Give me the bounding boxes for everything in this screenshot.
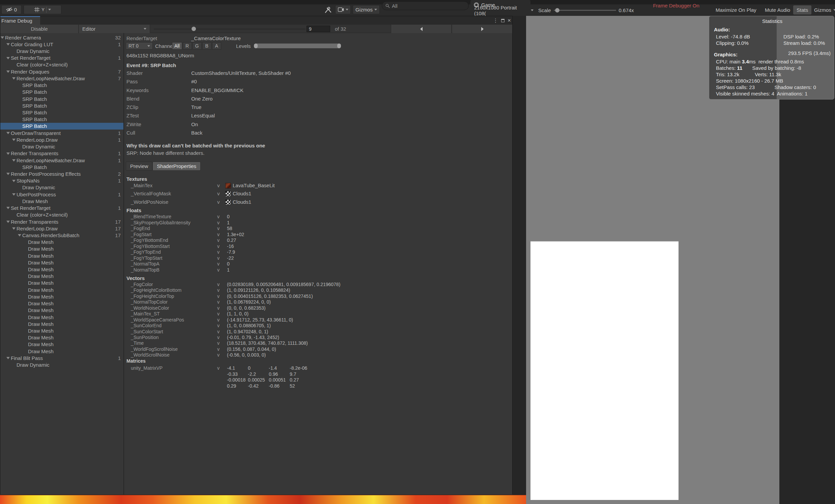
- foldout-triangle-icon[interactable]: [12, 227, 16, 230]
- foldout-triangle-icon[interactable]: [6, 70, 10, 73]
- tree-row[interactable]: SRP Batch: [0, 164, 123, 170]
- foldout-triangle-icon[interactable]: [12, 159, 16, 162]
- tree-row[interactable]: SRP Batch: [0, 96, 123, 102]
- event-slider[interactable]: [154, 29, 306, 29]
- tree-row[interactable]: Draw Mesh: [0, 293, 123, 300]
- foldout-triangle-icon[interactable]: [6, 221, 10, 223]
- close-icon[interactable]: ×: [508, 19, 511, 22]
- tree-row[interactable]: Draw Mesh: [0, 246, 123, 252]
- tree-row[interactable]: Draw Mesh: [0, 239, 123, 246]
- tree-row[interactable]: Draw Mesh: [0, 348, 123, 355]
- scene-search-field[interactable]: [382, 1, 469, 10]
- levels-max-handle[interactable]: [337, 43, 341, 48]
- tree-row[interactable]: Render PostProcessing Effects 2: [0, 170, 123, 177]
- tree-row[interactable]: Draw Mesh: [0, 266, 123, 273]
- tree-row[interactable]: Clear (color+Z+stencil): [0, 61, 123, 68]
- tree-row[interactable]: Draw Dynamic: [0, 143, 123, 150]
- tree-row[interactable]: SRP Batch: [0, 82, 123, 89]
- foldout-triangle-icon[interactable]: [1, 36, 4, 39]
- tree-row[interactable]: Draw Mesh: [0, 334, 123, 341]
- tree-row[interactable]: RenderLoop.Draw 17: [0, 225, 123, 232]
- foldout-triangle-icon[interactable]: [12, 77, 16, 80]
- texture-thumbnail[interactable]: [225, 183, 231, 188]
- tree-row[interactable]: UberPostProcess 1: [0, 191, 123, 198]
- resolution-dropdown[interactable]: 2160x1080 Portrait (108(: [471, 6, 536, 15]
- scale-slider[interactable]: [554, 10, 616, 11]
- tree-row[interactable]: Draw Mesh: [0, 280, 123, 286]
- tree-row[interactable]: SRP Batch: [0, 89, 123, 96]
- tree-row[interactable]: Render Camera 32: [0, 34, 123, 41]
- foldout-triangle-icon[interactable]: [6, 173, 10, 175]
- tree-row[interactable]: Draw Mesh: [0, 286, 123, 293]
- tree-row[interactable]: Draw Dynamic: [0, 184, 123, 191]
- scene-visibility-button[interactable]: 0: [1, 5, 22, 14]
- foldout-triangle-icon[interactable]: [6, 357, 10, 359]
- foldout-triangle-icon[interactable]: [18, 234, 21, 237]
- tree-row[interactable]: Draw Dynamic: [0, 47, 123, 54]
- details-tab[interactable]: Preview: [126, 162, 152, 171]
- channel-toggle[interactable]: A: [212, 42, 221, 49]
- foldout-triangle-icon[interactable]: [6, 132, 10, 134]
- tree-row[interactable]: Set RenderTarget 1: [0, 55, 123, 61]
- tab-frame-debug[interactable]: Frame Debug: [0, 16, 40, 25]
- target-dropdown[interactable]: Editor: [79, 25, 150, 33]
- event-slider-knob[interactable]: [191, 27, 196, 31]
- levels-min-handle[interactable]: [254, 43, 258, 48]
- tree-row[interactable]: Draw Mesh: [0, 252, 123, 259]
- tree-row[interactable]: RenderLoopNewBatcher.Draw 1: [0, 157, 123, 164]
- foldout-triangle-icon[interactable]: [12, 180, 16, 182]
- tree-row[interactable]: Render Opaques 7: [0, 68, 123, 75]
- foldout-triangle-icon[interactable]: [6, 207, 10, 209]
- texture-thumbnail[interactable]: [225, 199, 231, 205]
- next-event-button[interactable]: [452, 25, 512, 33]
- search-input[interactable]: [392, 3, 459, 9]
- scene-camera-button[interactable]: [335, 5, 351, 14]
- scale-slider-knob[interactable]: [555, 8, 559, 13]
- tree-row[interactable]: Color Grading LUT 1: [0, 41, 123, 47]
- tree-row[interactable]: Final Blit Pass 1: [0, 355, 123, 361]
- tree-row[interactable]: Draw Mesh: [0, 327, 123, 334]
- previous-event-button[interactable]: [391, 25, 452, 33]
- tree-row[interactable]: Draw Mesh: [0, 198, 123, 204]
- tree-row[interactable]: Draw Mesh: [0, 341, 123, 348]
- channel-toggle[interactable]: All: [172, 42, 182, 49]
- chevron-down-icon[interactable]: [48, 9, 51, 11]
- gizmos-button[interactable]: Gizmos: [811, 5, 835, 15]
- tools-icon[interactable]: [324, 7, 332, 14]
- tree-row[interactable]: Draw Mesh: [0, 273, 123, 280]
- rt-index-dropdown[interactable]: RT 0: [126, 42, 153, 49]
- disable-button[interactable]: Disable: [0, 25, 79, 33]
- tree-row[interactable]: OverDrawTransparent 1: [0, 129, 123, 136]
- tree-row[interactable]: Draw Mesh: [0, 300, 123, 307]
- tree-row[interactable]: RenderLoopNewBatcher.Draw 7: [0, 75, 123, 82]
- scene-grid-button[interactable]: Y: [24, 5, 61, 14]
- tree-row[interactable]: Draw Mesh: [0, 321, 123, 327]
- scene-gizmos-dropdown[interactable]: Gizmos: [353, 5, 380, 14]
- tree-row[interactable]: SRP Batch: [0, 116, 123, 123]
- levels-range-slider[interactable]: [254, 43, 341, 48]
- channel-toggle[interactable]: R: [183, 42, 192, 49]
- details-tab[interactable]: ShaderProperties: [152, 162, 201, 171]
- tree-row[interactable]: Draw Mesh: [0, 307, 123, 314]
- foldout-triangle-icon[interactable]: [12, 193, 16, 196]
- event-number-input[interactable]: [307, 26, 330, 32]
- foldout-triangle-icon[interactable]: [6, 43, 10, 45]
- channel-toggle[interactable]: B: [202, 42, 211, 49]
- foldout-triangle-icon[interactable]: [6, 57, 10, 59]
- tree-row[interactable]: Canvas.RenderSubBatch 17: [0, 232, 123, 239]
- tree-row[interactable]: Render Transparents 17: [0, 218, 123, 225]
- tree-row[interactable]: SRP Batch: [0, 102, 123, 109]
- tree-row[interactable]: Render Transparents 1: [0, 150, 123, 157]
- tree-row[interactable]: Draw Dynamic: [0, 362, 123, 368]
- tree-row[interactable]: Set RenderTarget 1: [0, 204, 123, 211]
- foldout-triangle-icon[interactable]: [6, 153, 10, 155]
- tree-row[interactable]: SRP Batch: [0, 123, 123, 129]
- tree-row[interactable]: Draw Mesh: [0, 314, 123, 321]
- mute-audio-button[interactable]: Mute Audio: [761, 5, 794, 15]
- foldout-triangle-icon[interactable]: [12, 139, 16, 141]
- kebab-menu-icon[interactable]: ⋮: [493, 18, 498, 24]
- tree-row[interactable]: RenderLoop.Draw 1: [0, 136, 123, 143]
- texture-thumbnail[interactable]: [225, 191, 231, 197]
- tree-row[interactable]: StopNaNs 1: [0, 178, 123, 184]
- maximize-on-play-button[interactable]: Maximize On Play: [712, 5, 760, 15]
